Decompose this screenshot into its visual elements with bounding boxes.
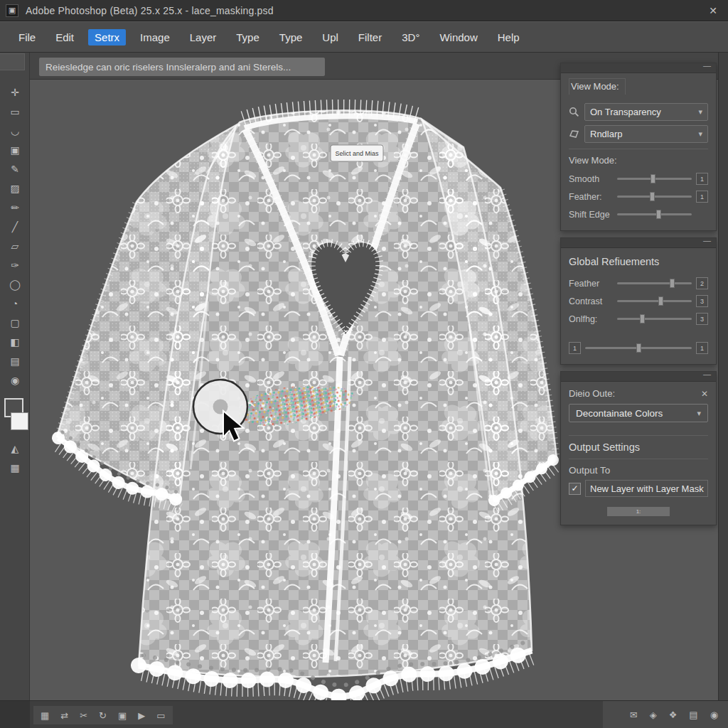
eraser-tool-icon[interactable]: ✑ [0,257,30,274]
mask-tool-icon[interactable]: ◧ [0,333,30,350]
tools-panel: ✛ ▭ ◡ ▣ ✎ ▨ ✏ ╱ ▱ ✑ ◯ ◔ ▢ ◧ ▤ ◉ ◭ ▦ [0,53,30,700]
shift-edge-slider[interactable] [617,213,692,215]
cut-icon[interactable]: ✂ [80,711,87,720]
gr-extra-right-value[interactable]: 1 [696,342,708,354]
menu-item-select[interactable]: Setrx [88,29,126,46]
gr-extra-slider[interactable] [585,347,692,349]
selection-tool-icon[interactable]: ◉ [0,372,30,389]
menu-item-edit[interactable]: Edit [46,29,84,46]
collapse-icon[interactable]: — [703,370,711,378]
global-refinements-panel: — Global Refiuements Feather 2 Contrast … [560,237,717,365]
smooth-label: Smooth [569,174,613,184]
clone-stamp-tool-icon[interactable]: ▱ [0,237,30,255]
pen-tool-icon[interactable]: ✎ [0,161,30,178]
photoshop-window: ▣ Adobe Photoshop (Beta) 25.x 25.x - lac… [0,0,728,728]
view-mode-dropdown[interactable]: Rndlarp ▾ [584,125,708,143]
menu-item-upl[interactable]: Upl [312,29,348,46]
menu-bar: File Edit Setrx Image Layer Type Type Up… [0,22,728,53]
menu-item-file[interactable]: File [9,29,46,46]
output-checkbox[interactable]: ✓ [569,483,581,495]
gr-shift-slider[interactable] [617,318,692,320]
view-mode-tab[interactable]: View Mode: [569,78,626,95]
collapse-icon[interactable]: — [703,61,711,70]
title-bar: ▣ Adobe Photoshop (Beta) 25.x 25.x - lac… [0,0,728,21]
gr-extra-left-value[interactable]: 1 [569,342,581,354]
gr-feather-slider[interactable] [617,282,692,284]
lasso-tool-icon[interactable]: ◡ [0,122,30,139]
close-window-button[interactable]: ✕ [705,3,721,18]
background-color-swatch[interactable] [11,412,28,430]
view-mode-section-label: View Mode: [569,155,708,166]
menu-item-type[interactable]: Type [226,29,269,46]
select-and-mask-tag: Selict and Mias [331,145,383,161]
output-header-label: Dieio Oute: [569,388,615,399]
menu-item-type-2[interactable]: Type [269,29,313,46]
target-icon[interactable]: ◉ [710,710,718,719]
smooth-value[interactable]: 1 [696,173,708,185]
package-icon[interactable]: ◈ [650,710,657,719]
app-icon: ▣ [6,4,18,17]
tag-label: Selict and Mias [335,150,379,157]
lasso-shape-icon [569,129,584,139]
output-to-field[interactable]: New Layer with Layer Mask [585,480,708,497]
marquee-tool-icon[interactable]: ▭ [0,103,30,120]
line-tool-icon[interactable]: ╱ [0,218,30,235]
brush-tool-icon[interactable]: ✏ [0,199,30,216]
dodge-tool-icon[interactable]: ◔ [0,295,30,312]
feather-slider[interactable] [617,196,692,198]
sync-icon[interactable]: ⇄ [60,711,68,720]
close-panel-icon[interactable]: ✕ [701,389,708,399]
gr-shift-value[interactable]: 3 [696,313,708,325]
move-tool-icon[interactable]: ✛ [0,84,30,101]
frame-icon[interactable]: ▭ [156,711,165,720]
decontaminate-colors-dropdown[interactable]: Decontainate Colors ▾ [569,404,708,422]
view-mode-panel-header[interactable]: — [561,63,716,73]
window-title: Adobe Photoshop (Beta) 25.x 25.x - lace_… [26,5,274,16]
gr-feather-value[interactable]: 2 [696,277,708,289]
frame-tool-icon[interactable]: ▨ [0,180,30,197]
settings-icon[interactable]: ❖ [669,710,678,719]
edit-toolbar-icon[interactable]: ◭ [0,440,30,457]
screen-mode-icon[interactable]: ▦ [0,459,30,476]
view-transparency-dropdown[interactable]: On Transparency ▾ [584,103,708,121]
shape-tool-icon[interactable]: ◯ [0,276,30,293]
collapse-icon[interactable]: — [703,236,711,245]
output-to-label: Output To [569,465,708,476]
right-scroll-strip[interactable] [718,53,728,700]
export-icon[interactable]: ✉ [630,710,638,719]
tools-panel-tab[interactable] [0,53,25,70]
magnifier-icon [569,107,584,117]
rotate-icon[interactable]: ↻ [99,711,107,720]
gr-contrast-slider[interactable] [617,300,692,302]
gr-contrast-value[interactable]: 3 [696,295,708,307]
smooth-slider[interactable] [617,178,692,180]
view-mode-panel: — View Mode: On Transparency ▾ [560,63,717,231]
quick-select-tool-icon[interactable]: ▣ [0,141,30,159]
output-panel-header[interactable]: — [561,372,716,382]
menu-item-help[interactable]: Help [488,29,530,46]
gr-shift-label: Onlfhg: [569,314,613,324]
menu-item-filter[interactable]: Filter [348,29,392,46]
list-icon[interactable]: ▤ [689,710,697,719]
feather-value[interactable]: 1 [696,191,708,203]
global-refinements-header[interactable]: — [561,238,716,248]
menu-item-3d[interactable]: 3D° [392,29,429,46]
menu-item-image[interactable]: Image [130,29,180,46]
layers-icon[interactable]: ▣ [118,711,127,720]
ok-button[interactable]: 1: [607,507,670,516]
transparency-grid-icon[interactable]: ▦ [41,711,49,720]
chevron-down-icon: ▾ [698,129,702,139]
output-settings-title: Output Settings [569,441,708,453]
play-icon[interactable]: ▶ [138,711,145,720]
layers-tool-icon[interactable]: ▤ [0,353,30,370]
feather-label: Feather: [569,192,613,202]
decontaminate-colors-value: Decontainate Colors [576,408,663,419]
chevron-down-icon: ▾ [698,107,702,117]
status-left-icons: ▦ ⇄ ✂ ↻ ▣ ▶ ▭ [33,706,173,724]
menu-item-window[interactable]: Window [429,29,487,46]
shift-edge-label: Shift Edge [569,210,613,220]
crop-tool-icon[interactable]: ▢ [0,314,30,331]
menu-item-layer[interactable]: Layer [180,29,227,46]
view-transparency-value: On Transparency [590,107,661,117]
gr-contrast-label: Contrast [569,296,613,306]
